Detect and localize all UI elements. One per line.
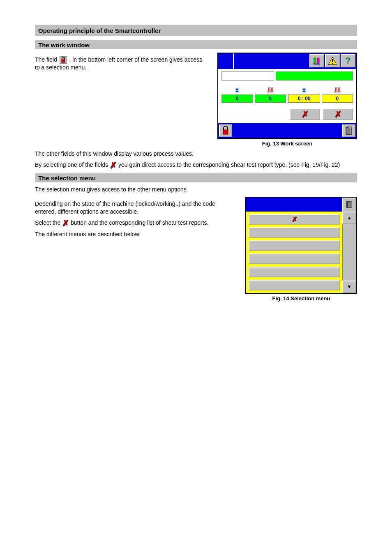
green-field[interactable] xyxy=(276,71,353,81)
yellow-value-2[interactable]: 0 xyxy=(322,94,353,103)
help-icon-button[interactable]: ? xyxy=(341,54,355,67)
warning-icon-button[interactable] xyxy=(325,54,340,67)
scroll-track[interactable] xyxy=(342,224,356,281)
x-icon: ✗ xyxy=(62,219,69,227)
menu-item[interactable] xyxy=(249,240,340,251)
x-icon: ✗ xyxy=(110,161,117,169)
menu-item-x[interactable]: ✗ xyxy=(249,214,340,225)
scroll-down-button[interactable]: ▼ xyxy=(342,281,356,293)
svg-rect-3 xyxy=(314,64,320,64)
pulse-icon xyxy=(255,86,286,94)
menu-item[interactable] xyxy=(249,267,340,277)
svg-rect-7 xyxy=(223,130,228,134)
svg-rect-1 xyxy=(314,58,316,64)
svg-rect-6 xyxy=(332,63,333,64)
selection-menu-caption: Fig. 14 Selection menu xyxy=(245,295,357,302)
work-screen-title-box xyxy=(218,53,234,69)
lock-button[interactable] xyxy=(219,124,232,137)
selection-para1: The selection menu gives access to the o… xyxy=(35,186,357,193)
green-value-1[interactable]: 0 xyxy=(221,94,253,103)
bars-icon-button[interactable] xyxy=(309,54,324,67)
section-work-window-title: The work window xyxy=(38,41,90,48)
scrollbar[interactable]: ▲ ▼ xyxy=(342,212,356,293)
selection-menu-panel: ✗ ▲ ▼ xyxy=(245,197,357,294)
scroll-up-button[interactable]: ▲ xyxy=(342,212,356,224)
work-window-para2: The other fields of this window display … xyxy=(35,150,357,158)
work-screen-titlebar: ? xyxy=(218,53,356,69)
selection-para4: The different menus are described below: xyxy=(35,230,235,238)
x-icon: ✗ xyxy=(334,110,341,118)
section-work-window-bar: The work window xyxy=(35,40,357,49)
x-icon: ✗ xyxy=(292,216,297,223)
selection-menu-titlebar xyxy=(246,198,342,212)
yellow-value-1[interactable]: 0 : 00 xyxy=(288,94,320,103)
svg-marker-9 xyxy=(347,127,350,135)
page-header-title: Operating principle of the Smartcontroll… xyxy=(38,27,161,34)
work-screen-caption: Fig. 13 Work screen xyxy=(217,140,357,147)
svg-rect-2 xyxy=(317,58,319,64)
svg-marker-11 xyxy=(348,202,350,208)
x-button-right[interactable]: ✗ xyxy=(323,108,353,120)
menu-item[interactable] xyxy=(249,227,340,238)
x-icon: ✗ xyxy=(302,110,309,118)
pulse-icon xyxy=(322,86,353,94)
hourglass-icon: ⧗ xyxy=(221,86,253,94)
x-button-left[interactable]: ✗ xyxy=(290,108,320,120)
svg-rect-0 xyxy=(62,60,65,62)
work-window-para3: By selecting one of the fields ✗ you gai… xyxy=(35,161,357,169)
white-field[interactable] xyxy=(221,71,274,81)
svg-rect-5 xyxy=(332,59,333,62)
work-screen-panel: ? ⧗ 0 xyxy=(217,53,357,139)
menu-item[interactable] xyxy=(249,280,340,290)
work-window-para1: The field , in the bottom left corner of… xyxy=(35,56,207,71)
section-selection-menu-title: The selection menu xyxy=(38,175,96,182)
door-exit-button[interactable] xyxy=(342,198,356,212)
menu-item[interactable] xyxy=(249,253,340,264)
lock-icon xyxy=(60,56,67,64)
selection-para2: Depending on the state of the machine (l… xyxy=(35,200,235,216)
green-value-2[interactable]: 0 xyxy=(255,94,286,103)
hourglass-icon: ⧗ xyxy=(288,86,320,94)
page-header-bar: Operating principle of the Smartcontroll… xyxy=(35,25,357,36)
selection-menu-list: ✗ xyxy=(246,212,342,293)
door-exit-button[interactable] xyxy=(342,124,355,137)
selection-para3: Select the ✗ button and the correspondin… xyxy=(35,219,235,227)
section-selection-menu-bar: The selection menu xyxy=(35,173,357,182)
